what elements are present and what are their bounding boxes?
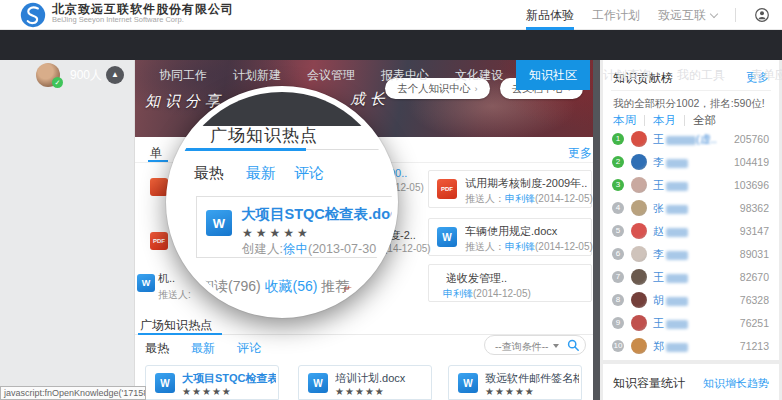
score-value: 104419 [734,156,769,168]
user-name[interactable]: 郑 [653,339,688,354]
nav-item[interactable]: 报表中心 [368,60,442,90]
blurred-name [666,182,688,191]
doc-card[interactable]: W车辆使用规定.docx推送人：申利锋(2014-12-05) [428,218,592,256]
nav-item[interactable]: 计划查询 [590,60,664,90]
nav-item[interactable]: 表单应用 [738,60,782,90]
vertical-divider [593,60,600,400]
doc-title[interactable]: 培训计划.docx [335,371,429,386]
covered-card-date-fragment: (14-12-05) [384,243,431,254]
magnified-tab-comments[interactable]: 评论 [294,164,324,183]
contribution-tab[interactable]: 本月 [653,113,676,128]
ranking-row[interactable]: 3王103696 [603,174,779,197]
nav-item[interactable]: 文化建设 [442,60,516,90]
score-value: 89031 [740,248,769,260]
contribution-tabs: 本周本月全部 [613,113,716,128]
ranking-row[interactable]: 2李104419 [603,151,779,174]
pdf-icon[interactable]: PDF [150,232,168,250]
search-icon[interactable] [567,339,580,352]
growth-trend-link[interactable]: 知识增长趋势 [703,376,769,391]
word-icon: W [437,227,457,247]
top-header: 北京致远互联软件股份有限公司 BeiJing Seeyon Internet S… [0,0,782,30]
user-name[interactable]: 王 [653,178,688,193]
contribution-tab[interactable]: 全部 [693,113,716,128]
score-value: 205760 [734,133,769,145]
hot-tab[interactable]: 评论 [237,340,261,357]
ranking-row[interactable]: 5赵93147 [603,220,779,243]
ranking-row[interactable]: 1王(虚..205760 [603,128,779,151]
rank-badge: 6 [612,248,624,260]
filter-placeholder: --查询条件-- [495,340,548,354]
word-icon[interactable]: W [137,274,155,292]
company-name: 北京致远互联软件股份有限公司 BeiJing Seeyon Internet S… [52,3,234,24]
doc-card[interactable]: W培训计划.docx★★★★★ [298,365,432,400]
avatar [631,131,647,147]
magnified-doc-title[interactable]: 大项目STQC检查表.doc [241,205,398,224]
rank-badge: 2 [612,156,624,168]
pusher-name[interactable]: 申利锋 [443,288,473,299]
nav-item[interactable]: 协同工作 [146,60,220,90]
section-title-square-hotspots[interactable]: 广场知识热点 [140,317,212,334]
user-name[interactable]: 李 [653,247,688,262]
more-link-top[interactable]: 更多 [568,145,592,162]
word-icon: W [206,210,232,236]
main-navbar: ✓ 900人 ▲ 协同工作计划新建会议管理报表中心文化建设知识社区计划查询我的工… [0,30,782,60]
user-name[interactable]: 王(虚.. [653,132,717,147]
contribution-tab[interactable]: 本周 [613,113,636,128]
blurred-name [666,251,688,260]
nav-item[interactable]: 我的工具 [664,60,738,90]
magnified-doc-card[interactable]: W 大项目STQC检查表.doc ★★★★★ 创建人:徐中(2013-07-30 [196,196,398,258]
favorite-count[interactable]: 收藏(56) [265,278,318,294]
creator-name[interactable]: 徐中 [283,242,308,256]
magnified-tab-newest[interactable]: 最新 [246,164,276,183]
pusher-label: 推送人： [465,193,505,204]
user-name[interactable]: 赵 [653,224,688,239]
avatar [631,292,647,308]
nav-item[interactable]: 会议管理 [294,60,368,90]
hot-tab[interactable]: 最新 [191,340,215,357]
user-profile-icon[interactable] [754,7,770,23]
section-title-underline [138,333,222,335]
doc-card[interactable]: 递收发管理..申利锋(2014-12-05) [428,264,592,302]
header-menu-item[interactable]: 工作计划 [592,0,640,30]
word-icon: W [458,373,478,393]
user-name[interactable]: 李 [653,155,688,170]
doc-title[interactable]: 递收发管理.. [446,271,570,286]
seeyon-logo-icon [20,2,46,28]
pusher-name[interactable]: 申利锋 [505,241,535,252]
hot-tabs: 最热最新评论 [145,340,261,357]
doc-card[interactable]: W大项目STQC检查表.doc★★★★★ [145,365,279,400]
doc-title[interactable]: 大项目STQC检查表.doc [182,371,276,386]
nav-item[interactable]: 知识社区 [516,60,590,90]
user-name[interactable]: 王 [653,316,688,331]
header-menu-item[interactable]: 致远互联 [658,0,717,30]
doc-card[interactable]: PDF试用期考核制度-2009年..推送人：申利锋(2014-12-05) [428,170,592,208]
app-circle-icon[interactable]: ▲ [106,66,124,84]
avatar [631,200,647,216]
doc-card[interactable]: W致远软件邮件签名格式（20...★★★★★ [448,365,582,400]
nav-items: 协同工作计划新建会议管理报表中心文化建设知识社区计划查询我的工具表单应用协同驾驶… [146,60,782,90]
user-name[interactable]: 张 [653,201,688,216]
member-count[interactable]: 900人 [70,60,102,90]
ranking-row[interactable]: 9王76251 [603,312,779,335]
doc-title[interactable]: 试用期考核制度-2009年.. [465,176,589,191]
pusher-name[interactable]: 申利锋 [505,193,535,204]
hot-tab[interactable]: 最热 [145,340,169,357]
capacity-title: 知识容量统计 [613,375,685,392]
filter-dropdown[interactable]: --查询条件-- [484,335,586,355]
header-menu-item[interactable]: 新品体验 [526,0,574,30]
ranking-row[interactable]: 7王82670 [603,266,779,289]
user-name[interactable]: 王 [653,270,688,285]
ranking-row[interactable]: 6李89031 [603,243,779,266]
panel-divider [611,90,771,91]
doc-title[interactable]: 致远软件邮件签名格式（20... [485,371,579,386]
user-name[interactable]: 胡 [653,293,688,308]
ranking-row[interactable]: 8胡76328 [603,289,779,312]
ranking-row[interactable]: 4张98362 [603,197,779,220]
blurred-name [666,136,696,145]
ranking-row[interactable]: 10郑71213 [603,335,779,358]
magnifier-overlay: 广场知识热点 最热 最新 评论 W 大项目STQC检查表.doc ★★★★★ 创… [166,86,398,318]
covered-card-title-fragment[interactable]: 机.. [158,271,175,286]
doc-title[interactable]: 车辆使用规定.docx [465,224,589,239]
rank-badge: 1 [612,133,624,145]
magnified-tab-hottest[interactable]: 最热 [194,164,224,183]
